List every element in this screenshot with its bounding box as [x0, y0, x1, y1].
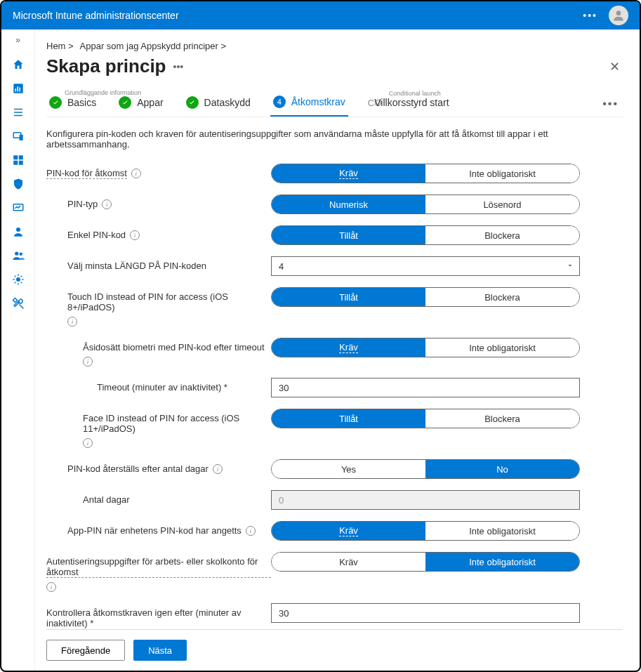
- svg-rect-3: [17, 86, 18, 92]
- page-title: Skapa princip: [46, 55, 166, 77]
- breadcrumb-home[interactable]: Hem >: [46, 41, 74, 51]
- breadcrumb-apps[interactable]: Appar som jag Appskydd principer >: [80, 41, 226, 51]
- sidebar-expand-icon[interactable]: »: [15, 35, 20, 45]
- option-not-required[interactable]: Inte obligatoriskt: [425, 553, 579, 571]
- groups-icon[interactable]: [11, 249, 25, 263]
- tab-conditional-launch[interactable]: CO Conditional launch Villkorsstyrd star…: [365, 93, 452, 115]
- svg-rect-13: [18, 161, 22, 165]
- check-icon: [186, 96, 199, 109]
- list-icon[interactable]: [11, 105, 25, 119]
- toggle-pin-access[interactable]: Kräv Inte obligatoriskt: [271, 164, 580, 183]
- toggle-simple-pin[interactable]: Tillåt Blockera: [271, 225, 580, 245]
- svg-rect-6: [14, 112, 22, 113]
- input-num-days: [271, 490, 580, 510]
- option-require[interactable]: Kräv: [272, 338, 425, 357]
- reports-icon[interactable]: [11, 201, 25, 215]
- option-numeric[interactable]: Numerisk: [272, 195, 425, 213]
- close-icon[interactable]: ✕: [607, 56, 623, 77]
- option-not-required[interactable]: Inte obligatoriskt: [425, 164, 579, 183]
- info-icon[interactable]: i: [131, 169, 141, 178]
- input-recheck[interactable]: [271, 603, 580, 623]
- toggle-touch-id[interactable]: Tillåt Blockera: [271, 287, 580, 307]
- next-button[interactable]: Nästa: [133, 640, 187, 661]
- info-icon[interactable]: i: [102, 199, 112, 209]
- info-icon[interactable]: i: [46, 582, 56, 592]
- wizard-tabs: Grundläggande information Basics Appar D…: [46, 91, 623, 117]
- option-passcode[interactable]: Lösenord: [425, 195, 579, 213]
- svg-rect-5: [14, 109, 22, 110]
- svg-rect-2: [15, 88, 16, 92]
- svg-rect-10: [13, 155, 18, 159]
- option-block[interactable]: Blockera: [425, 409, 579, 428]
- label-pin-access: PIN-kod för åtkomsti: [46, 164, 271, 179]
- title-more-icon[interactable]: •••: [173, 61, 184, 72]
- tab-access-requirements[interactable]: 4 Åtkomstkrav: [270, 91, 348, 117]
- toggle-face-id[interactable]: Tillåt Blockera: [271, 409, 580, 428]
- option-yes[interactable]: Yes: [272, 460, 425, 478]
- info-icon[interactable]: i: [246, 526, 256, 536]
- option-require[interactable]: Kräv: [272, 522, 425, 540]
- tenant-icon[interactable]: [11, 272, 25, 286]
- toggle-override-biometric[interactable]: Kräv Inte obligatoriskt: [271, 338, 580, 357]
- tab-apps[interactable]: Appar: [116, 92, 166, 116]
- home-icon[interactable]: [11, 58, 25, 72]
- shield-icon[interactable]: [11, 177, 25, 191]
- label-simple-pin: Enkel PIN-kodi: [46, 225, 271, 240]
- option-allow[interactable]: Tillåt: [272, 226, 425, 244]
- svg-point-17: [19, 253, 22, 256]
- step-number-icon: 4: [273, 95, 286, 108]
- app-title: Microsoft Intune administrationscenter: [13, 10, 179, 21]
- label-override-biometric: Åsidosätt biometri med PIN-kod efter tim…: [46, 338, 271, 367]
- info-icon[interactable]: i: [213, 464, 223, 474]
- info-icon[interactable]: i: [130, 230, 140, 240]
- user-icon[interactable]: [11, 225, 25, 239]
- svg-rect-4: [19, 88, 20, 92]
- toggle-pin-type[interactable]: Numerisk Lösenord: [271, 195, 580, 214]
- select-min-length[interactable]: [271, 256, 580, 276]
- svg-rect-11: [18, 155, 22, 159]
- apps-icon[interactable]: [11, 153, 25, 167]
- user-avatar[interactable]: [609, 6, 628, 25]
- svg-point-16: [15, 251, 18, 255]
- option-allow[interactable]: Tillåt: [272, 409, 425, 428]
- svg-rect-9: [19, 135, 22, 140]
- toggle-work-credentials[interactable]: Kräv Inte obligatoriskt: [271, 552, 580, 572]
- option-block[interactable]: Blockera: [425, 288, 579, 306]
- info-icon[interactable]: i: [83, 438, 93, 448]
- label-pin-type: PIN-typi: [46, 195, 271, 209]
- option-require[interactable]: Kräv: [272, 164, 425, 183]
- option-not-required[interactable]: Inte obligatoriskt: [425, 522, 579, 540]
- section-description: Konfigurera pin-koden och kraven för aut…: [46, 129, 623, 150]
- tabs-more-icon[interactable]: •••: [598, 98, 623, 110]
- previous-button[interactable]: Föregående: [46, 640, 125, 661]
- option-require[interactable]: Kräv: [272, 553, 425, 571]
- check-icon: [49, 96, 62, 109]
- label-touch-id: Touch ID instead of PIN for access (iOS …: [46, 287, 271, 327]
- label-num-days: Antal dagar: [46, 490, 271, 505]
- tools-icon[interactable]: [11, 296, 25, 310]
- wizard-footer: Föregående Nästa: [46, 629, 623, 671]
- toggle-app-pin[interactable]: Kräv Inte obligatoriskt: [271, 521, 580, 541]
- header-more-icon[interactable]: •••: [583, 10, 597, 21]
- info-icon[interactable]: i: [83, 357, 93, 367]
- option-allow[interactable]: Tillåt: [272, 288, 425, 306]
- label-app-pin: App-PIN när enhetens PIN-kod har angetts…: [46, 521, 271, 536]
- option-block[interactable]: Blockera: [425, 226, 579, 244]
- option-not-required[interactable]: Inte obligatoriskt: [425, 338, 579, 357]
- svg-point-15: [16, 228, 20, 232]
- app-header: Microsoft Intune administrationscenter •…: [1, 1, 640, 29]
- label-pin-reset: PIN-kod återställs efter antal dagari: [46, 459, 271, 474]
- devices-icon[interactable]: [11, 129, 25, 143]
- option-no[interactable]: No: [425, 460, 579, 478]
- svg-point-0: [616, 11, 621, 15]
- sidebar-nav: »: [1, 29, 35, 671]
- input-timeout[interactable]: [271, 378, 580, 397]
- label-face-id: Face ID instead of PIN for access (iOS 1…: [46, 409, 271, 448]
- tab-basics[interactable]: Grundläggande information Basics: [46, 92, 99, 116]
- toggle-pin-reset[interactable]: Yes No: [271, 459, 580, 479]
- dashboard-icon[interactable]: [11, 81, 25, 95]
- tab-data-protection[interactable]: Dataskydd: [183, 92, 253, 116]
- label-recheck: Kontrollera åtkomstkraven igen efter (mi…: [46, 603, 271, 629]
- svg-point-18: [16, 277, 20, 282]
- info-icon[interactable]: i: [67, 317, 77, 327]
